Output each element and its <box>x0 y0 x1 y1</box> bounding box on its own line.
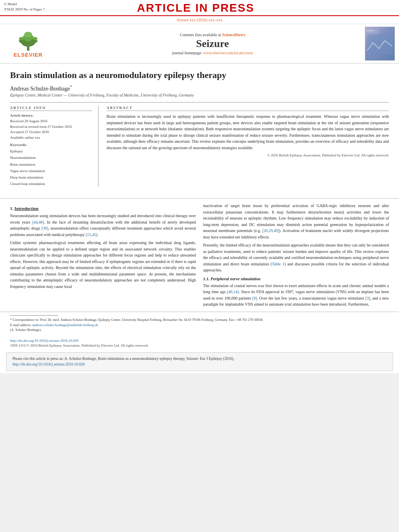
intro-para1: Neuromodulation using stimulation device… <box>10 213 196 238</box>
journal-code: YSEIZ 2829 No. of Pages 7 <box>4 7 45 12</box>
svg-rect-8 <box>367 35 393 55</box>
doi-text: Seizure xxx (2016) xxx–xxx <box>177 18 222 22</box>
section-title: Introduction <box>14 206 39 211</box>
journal-url[interactable]: www.elsevier.com/locate/yseiz <box>203 51 253 55</box>
revised-date: Received in revised form 27 October 2016 <box>10 124 92 130</box>
cover-image: seizure <box>365 27 395 60</box>
email-link[interactable]: andreas.schulze-bonhage@uniklinik-freibu… <box>32 323 98 327</box>
subsection-heading: 1.1. Peripheral nerve stimulation <box>203 277 389 281</box>
main-content: 1. Introduction Neuromodulation using st… <box>0 203 399 310</box>
keyword-2: Neuromodulation <box>10 154 92 161</box>
model-label: G Model <box>4 2 45 7</box>
history-label: Article history: <box>10 113 92 117</box>
footnote-name: (A. Schulze-Bonhage). <box>10 327 389 333</box>
citation-banner: Please cite this article in press as: A.… <box>6 352 393 371</box>
doi-footer-link[interactable]: http://dx.doi.org/10.1016/j.seizure.2016… <box>10 336 389 343</box>
doi-footer: http://dx.doi.org/10.1016/j.seizure.2016… <box>0 335 399 349</box>
copyright-line: © 2016 British Epilepsy Association. Pub… <box>107 153 389 157</box>
article-info-abstract: ARTICLE INFO Article history: Received 2… <box>10 102 389 187</box>
keyword-5: Deep brain stimulation <box>10 174 92 181</box>
footnote-email: E-mail address: andreas.schulze-bonhage@… <box>10 322 389 328</box>
authors: Andreas Schulze-Bonhage* <box>10 84 389 92</box>
keyword-6: Closed-loop stimulation <box>10 181 92 187</box>
keyword-3: Brain stimulation <box>10 161 92 168</box>
abstract-text: Brain stimulation is increasingly used i… <box>107 113 389 151</box>
right-para2: Presently, the limited efficacy of the n… <box>203 242 389 273</box>
top-banner: G Model YSEIZ 2829 No. of Pages 7 ARTICL… <box>0 0 399 16</box>
main-right-col: inactivation of target brain tissue by p… <box>203 203 389 310</box>
article-body: Brain stimulation as a neuromodulatory e… <box>0 64 399 194</box>
article-in-press-banner: ARTICLE IN PRESS <box>45 2 347 14</box>
keywords-list: Epilepsy Neuromodulation Brain stimulati… <box>10 148 92 187</box>
footnote-correspondence: * Correspondence to: Prof. Dr. med. Andr… <box>10 317 389 322</box>
sciencedirect-link[interactable]: ScienceDirect <box>222 33 245 37</box>
article-info-col: ARTICLE INFO Article history: Received 2… <box>10 106 99 187</box>
keyword-1: Epilepsy <box>10 148 92 154</box>
article-in-press-text: ARTICLE IN PRESS <box>137 2 255 14</box>
article-info-label: ARTICLE INFO <box>10 106 92 111</box>
intro-para2: Unlike systemic pharmacological treatmen… <box>10 240 196 290</box>
footnote-divider <box>10 315 58 316</box>
svg-point-3 <box>24 32 32 37</box>
citation-link[interactable]: http://dx.doi.org/10.1016/j.seizure.2016… <box>12 362 387 367</box>
contents-line: Contents lists available at ScienceDirec… <box>60 33 365 37</box>
elsevier-logo: ELSEVIER <box>4 30 52 58</box>
article-title: Brain stimulation as a neuromodulatory e… <box>10 70 389 81</box>
svg-rect-9 <box>367 29 379 34</box>
journal-cover: seizure <box>365 27 395 61</box>
journal-name: Seizure <box>60 38 365 50</box>
keyword-4: Vagus nerve stimulation <box>10 168 92 174</box>
author-sup: * <box>70 84 72 89</box>
content-divider <box>0 198 399 199</box>
keywords-label: Keywords: <box>10 143 92 147</box>
online-date: Available online xxx <box>10 135 92 141</box>
doi-line: Seizure xxx (2016) xxx–xxx <box>0 16 399 24</box>
svg-point-7 <box>33 37 37 40</box>
right-para3: The stimulation of cranial nerves was fi… <box>203 283 389 308</box>
journal-homepage: journal homepage: www.elsevier.com/locat… <box>60 51 365 55</box>
issn-text: 1059-1311/© 2016 British Epilepsy Associ… <box>10 343 389 347</box>
model-info: G Model YSEIZ 2829 No. of Pages 7 <box>4 2 45 12</box>
footnote-area: * Correspondence to: Prof. Dr. med. Andr… <box>0 312 399 335</box>
received-date: Received 29 August 2016 <box>10 119 92 124</box>
elsevier-tree-icon <box>14 30 42 52</box>
cover-graphic <box>365 27 395 60</box>
elsevier-label: ELSEVIER <box>14 52 43 58</box>
journal-info: Contents lists available at ScienceDirec… <box>60 33 365 55</box>
affiliation: Epilepsy Center, Medical Center — Univer… <box>10 93 389 97</box>
citation-text: Please cite this article in press as: A.… <box>12 357 234 361</box>
right-para1: inactivation of target brain tissue by p… <box>203 203 389 240</box>
accepted-date: Accepted 27 October 2016 <box>10 129 92 135</box>
abstract-col: ABSTRACT Brain stimulation is increasing… <box>107 106 389 187</box>
journal-header: ELSEVIER Contents lists available at Sci… <box>0 24 399 64</box>
abstract-label: ABSTRACT <box>107 106 389 111</box>
doi-link[interactable]: http://dx.doi.org/10.1016/j.seizure.2016… <box>10 339 78 343</box>
introduction-heading: 1. Introduction <box>10 206 196 211</box>
main-left-col: 1. Introduction Neuromodulation using st… <box>10 203 196 310</box>
svg-point-6 <box>19 37 24 40</box>
section-number: 1. <box>10 206 14 211</box>
